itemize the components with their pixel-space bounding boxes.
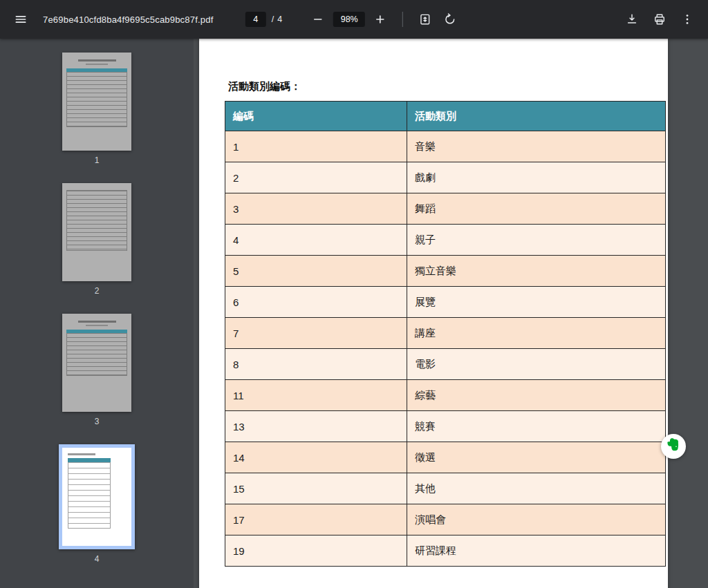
table-row: 19研習課程: [225, 535, 666, 567]
toolbar-center-group: 4 / 4 98%: [245, 7, 463, 32]
thumbnail-label: 2: [95, 286, 100, 296]
fit-page-icon: [418, 12, 432, 26]
thumbnail-page-2[interactable]: 2: [62, 183, 131, 296]
page-count-label: / 4: [272, 15, 282, 24]
table-row: 13競賽: [225, 411, 666, 442]
category-cell: 舞蹈: [407, 193, 666, 225]
table-row: 1音樂: [225, 131, 666, 162]
thumbnail-preview: [62, 183, 131, 281]
category-cell: 戲劇: [407, 162, 666, 193]
fit-page-button[interactable]: [413, 7, 438, 32]
category-cell: 電影: [407, 349, 666, 380]
category-cell: 其他: [407, 473, 666, 504]
code-cell: 8: [225, 349, 407, 380]
category-cell: 徵選: [407, 442, 666, 473]
category-cell: 展覽: [407, 287, 666, 318]
minus-icon: [311, 12, 325, 26]
more-options-button[interactable]: [675, 7, 700, 32]
table-header-category: 活動類別: [407, 102, 666, 131]
zoom-controls: 98%: [306, 7, 393, 32]
table-row: 6展覽: [225, 287, 666, 318]
vertical-ellipsis-icon: [680, 12, 694, 26]
code-cell: 2: [225, 162, 407, 193]
thumbnail-label: 4: [95, 554, 100, 564]
print-icon: [653, 12, 667, 26]
category-table-body: 1音樂2戲劇3舞蹈4親子5獨立音樂6展覽7講座8電影11綜藝13競賽14徵選15…: [225, 131, 666, 567]
code-cell: 3: [225, 193, 407, 225]
table-header-row: 編碼 活動類別: [225, 102, 666, 131]
code-cell: 11: [225, 380, 407, 411]
pdf-filename: 7e69be410cfd8ba4f9695c5cab9bc87f.pdf: [43, 15, 213, 25]
thumbnail-page-4[interactable]: 4: [59, 444, 135, 564]
toolbar-right-group: [620, 7, 700, 32]
code-cell: 17: [225, 504, 407, 535]
category-cell: 競賽: [407, 411, 666, 442]
category-cell: 演唱會: [407, 504, 666, 535]
rotate-icon: [443, 12, 457, 26]
print-button[interactable]: [647, 7, 672, 32]
table-header-code: 編碼: [225, 102, 407, 131]
thumbnail-label: 1: [95, 155, 100, 165]
zoom-in-button[interactable]: [368, 7, 393, 32]
pdf-toolbar: 7e69be410cfd8ba4f9695c5cab9bc87f.pdf 4 /…: [0, 0, 708, 39]
plus-icon: [373, 12, 387, 26]
zoom-level[interactable]: 98%: [333, 12, 365, 27]
rotate-button[interactable]: [438, 7, 463, 32]
thumbnail-preview: [59, 444, 135, 549]
code-cell: 1: [225, 131, 407, 162]
code-cell: 7: [225, 318, 407, 349]
table-row: 8電影: [225, 349, 666, 380]
table-row: 7講座: [225, 318, 666, 349]
table-row: 2戲劇: [225, 162, 666, 193]
table-row: 3舞蹈: [225, 193, 666, 225]
menu-icon: [14, 12, 28, 26]
menu-button[interactable]: [8, 7, 33, 32]
thumbnail-sidebar[interactable]: 1 2 3 4: [0, 39, 194, 588]
category-cell: 講座: [407, 318, 666, 349]
code-cell: 4: [225, 225, 407, 256]
category-table: 編碼 活動類別 1音樂2戲劇3舞蹈4親子5獨立音樂6展覽7講座8電影11綜藝13…: [225, 101, 666, 567]
category-cell: 親子: [407, 225, 666, 256]
category-cell: 音樂: [407, 131, 666, 162]
category-cell: 綜藝: [407, 380, 666, 411]
code-cell: 14: [225, 442, 407, 473]
code-cell: 19: [225, 535, 407, 567]
table-row: 4親子: [225, 225, 666, 256]
code-cell: 5: [225, 256, 407, 287]
toolbar-left-group: 7e69be410cfd8ba4f9695c5cab9bc87f.pdf: [8, 7, 213, 32]
code-cell: 13: [225, 411, 407, 442]
table-row: 11綜藝: [225, 380, 666, 411]
page-number-input[interactable]: 4: [245, 12, 266, 27]
thumbnail-preview: [62, 314, 131, 412]
page-total: 4: [277, 15, 282, 24]
table-row: 14徵選: [225, 442, 666, 473]
zoom-out-button[interactable]: [306, 7, 330, 32]
table-row: 17演唱會: [225, 504, 666, 535]
evernote-elephant-icon: [666, 437, 681, 455]
page-title: 活動類別編碼：: [228, 79, 668, 94]
table-row: 5獨立音樂: [225, 256, 666, 287]
viewer-content: 1 2 3 4: [0, 39, 708, 588]
code-cell: 6: [225, 287, 407, 318]
evernote-clipper-button[interactable]: [661, 434, 686, 459]
code-cell: 15: [225, 473, 407, 504]
download-icon: [625, 12, 639, 26]
page-divider: /: [272, 15, 274, 24]
pdf-page: 活動類別編碼： 編碼 活動類別 1音樂2戲劇3舞蹈4親子5獨立音樂6展覽7講座8…: [199, 39, 668, 588]
thumbnail-page-3[interactable]: 3: [62, 314, 131, 426]
toolbar-divider: [402, 12, 403, 27]
pdf-viewer-app: 7e69be410cfd8ba4f9695c5cab9bc87f.pdf 4 /…: [0, 0, 708, 588]
table-row: 15其他: [225, 473, 666, 504]
thumbnail-label: 3: [95, 417, 100, 426]
thumbnail-preview: [62, 53, 131, 151]
category-cell: 研習課程: [407, 535, 666, 567]
download-button[interactable]: [620, 7, 644, 32]
pdf-viewport[interactable]: 活動類別編碼： 編碼 活動類別 1音樂2戲劇3舞蹈4親子5獨立音樂6展覽7講座8…: [194, 39, 708, 588]
thumbnail-page-1[interactable]: 1: [62, 53, 131, 165]
category-cell: 獨立音樂: [407, 256, 666, 287]
